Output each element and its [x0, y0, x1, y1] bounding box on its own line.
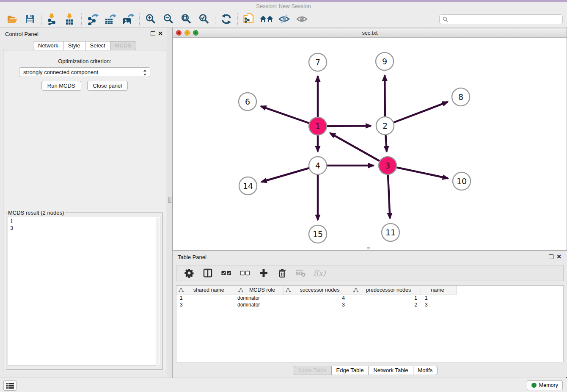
- network-window-titlebar[interactable]: ✕ − + scc.txt: [173, 28, 567, 38]
- graph-node-label: 7: [315, 58, 320, 67]
- add-column-button[interactable]: [258, 268, 269, 279]
- graph-node-label: 15: [313, 229, 323, 239]
- export-image-icon: [122, 14, 134, 25]
- show-home-button[interactable]: [258, 12, 275, 26]
- graph-edge-2-8[interactable]: [385, 102, 448, 126]
- result-scrollbar[interactable]: [156, 218, 160, 366]
- tab-select[interactable]: Select: [85, 41, 110, 50]
- toolbar-separator: [237, 13, 238, 25]
- graph-edge-3-1[interactable]: [330, 133, 388, 166]
- export-network-button[interactable]: [84, 12, 102, 26]
- column-header-name[interactable]: name: [421, 286, 456, 295]
- float-panel-icon[interactable]: [549, 254, 553, 259]
- zoom-fit-button[interactable]: [177, 12, 195, 26]
- memory-status-icon: [531, 383, 537, 388]
- node-table-grid: shared name MCDS role successor nodes pr…: [176, 286, 457, 308]
- window-titlebar: Session: New Session: [0, 2, 567, 11]
- delete-table-button[interactable]: [295, 268, 306, 279]
- cell-name[interactable]: 3: [421, 301, 456, 308]
- show-all-button[interactable]: [293, 12, 311, 26]
- tab-network[interactable]: Network: [33, 41, 63, 50]
- graph-node-label: 11: [385, 228, 396, 237]
- trash-icon: [278, 268, 286, 278]
- toggle-column-view-button[interactable]: [202, 268, 213, 279]
- cell-successor-nodes[interactable]: 4: [283, 295, 351, 301]
- list-icon: [6, 383, 14, 389]
- search-box: [439, 14, 563, 24]
- control-panel-header: Control Panel ✕: [0, 28, 167, 40]
- network-view-window: ✕ − + scc.txt 7968124314101511: [173, 28, 567, 251]
- mcds-result-list[interactable]: 1 3: [8, 217, 160, 366]
- zoom-out-button[interactable]: [160, 12, 177, 26]
- function-builder-button[interactable]: f(x): [314, 268, 325, 279]
- select-all-columns-button[interactable]: [221, 268, 232, 279]
- unchecked-boxes-icon: [240, 271, 250, 276]
- cell-predecessor-nodes[interactable]: 1: [351, 295, 421, 301]
- toolbar-separator: [139, 13, 140, 25]
- float-panel-icon[interactable]: [151, 31, 155, 36]
- close-window-button[interactable]: ✕: [176, 30, 182, 36]
- close-panel-button[interactable]: Close panel: [87, 81, 128, 91]
- zoom-out-icon: [163, 14, 174, 25]
- eye-slash-icon: [278, 14, 290, 24]
- hide-selected-button[interactable]: [275, 12, 293, 26]
- table-settings-button[interactable]: [184, 268, 195, 279]
- table-panel-title: Table Panel: [178, 254, 206, 260]
- cell-shared-name[interactable]: 3: [176, 301, 236, 308]
- graph-node-label: 1: [315, 121, 320, 131]
- tab-node-table[interactable]: Node Table: [294, 366, 332, 375]
- zoom-selected-button[interactable]: [195, 12, 213, 26]
- cell-mcds-role[interactable]: dominator: [236, 301, 283, 308]
- control-panel: Control Panel ✕ Network Style Select MCD…: [0, 28, 167, 378]
- delete-column-button[interactable]: [277, 268, 288, 279]
- cell-shared-name[interactable]: 1: [176, 295, 236, 301]
- network-canvas[interactable]: 7968124314101511: [173, 38, 567, 250]
- table-toolbar: f(x): [176, 265, 564, 281]
- gear-icon: [184, 268, 194, 278]
- zoom-window-button[interactable]: +: [193, 30, 198, 36]
- column-header-mcds-role[interactable]: MCDS role: [236, 286, 283, 295]
- splitter-grip-icon[interactable]: [168, 197, 171, 203]
- close-panel-icon[interactable]: ✕: [556, 253, 561, 260]
- tab-style[interactable]: Style: [63, 41, 85, 50]
- import-network-button[interactable]: [44, 12, 61, 26]
- canvas-resize-grip[interactable]: [367, 247, 370, 249]
- cell-mcds-role[interactable]: dominator: [236, 295, 283, 301]
- column-header-predecessor-nodes[interactable]: predecessor nodes: [351, 286, 421, 295]
- cell-name[interactable]: 1: [421, 295, 456, 301]
- column-header-successor-nodes[interactable]: successor nodes: [283, 286, 351, 295]
- cell-predecessor-nodes[interactable]: 2: [351, 301, 421, 308]
- tab-motifs[interactable]: Motifs: [413, 366, 438, 375]
- export-image-button[interactable]: [119, 12, 137, 26]
- graph-node-label: 4: [315, 161, 320, 170]
- zoom-in-button[interactable]: [142, 12, 160, 26]
- network-window-title: scc.txt: [362, 30, 378, 36]
- task-history-button[interactable]: [3, 380, 17, 391]
- graph-node-label: 9: [382, 57, 387, 66]
- tab-mcds[interactable]: MCDS: [110, 41, 136, 50]
- minimize-window-button[interactable]: −: [184, 30, 190, 36]
- cell-successor-nodes[interactable]: 3: [283, 301, 351, 308]
- run-mcds-button[interactable]: Run MCDS: [41, 81, 81, 91]
- import-table-icon: [65, 14, 76, 25]
- search-input[interactable]: [450, 16, 562, 22]
- save-session-button[interactable]: [21, 12, 39, 26]
- optimization-select[interactable]: strongly connected component: [19, 67, 150, 77]
- mcds-result-group: MCDS result (2 nodes) 1 3: [6, 210, 163, 370]
- tab-network-table[interactable]: Network Table: [369, 366, 413, 375]
- table-row[interactable]: 3 dominator 3 2 3: [176, 301, 456, 308]
- panel-splitter[interactable]: [167, 28, 173, 378]
- network-from-selection-button[interactable]: [240, 12, 258, 26]
- export-table-button[interactable]: [102, 12, 119, 26]
- delete-table-icon: [296, 269, 306, 277]
- column-header-shared-name[interactable]: shared name: [176, 286, 236, 295]
- deselect-all-columns-button[interactable]: [239, 268, 250, 279]
- refresh-view-button[interactable]: [217, 12, 235, 26]
- table-row[interactable]: 1 dominator 4 1 1: [176, 295, 456, 301]
- close-panel-icon[interactable]: ✕: [158, 30, 163, 37]
- status-bar: Memory: [0, 378, 567, 392]
- import-table-button[interactable]: [61, 12, 79, 26]
- memory-button[interactable]: Memory: [527, 380, 563, 390]
- tab-edge-table[interactable]: Edge Table: [332, 366, 369, 375]
- open-session-button[interactable]: [3, 12, 21, 26]
